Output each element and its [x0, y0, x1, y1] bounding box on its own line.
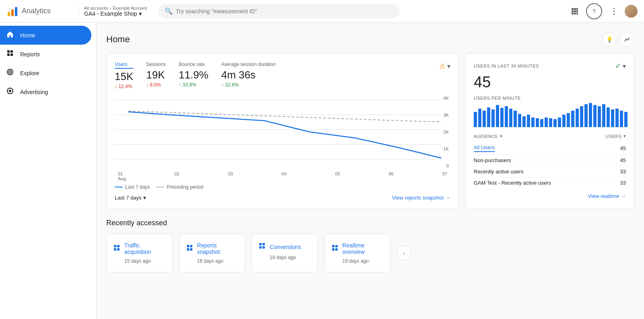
- scroll-right-button[interactable]: ›: [397, 246, 411, 260]
- bar: [531, 117, 535, 127]
- audience-rows: All Users45Non-purchasers45Recently acti…: [474, 142, 626, 188]
- reports-icon: [6, 49, 14, 59]
- page-title-bar: Home 💡: [106, 32, 634, 47]
- recently-accessed-container: Traffic acquisition 15 days ago Reports …: [106, 234, 634, 272]
- recent-card-snapshot[interactable]: Reports snapshot 18 days ago: [179, 234, 246, 272]
- svg-rect-29: [187, 245, 189, 247]
- svg-point-16: [7, 69, 13, 75]
- view-reports-link[interactable]: View reports snapshot →: [392, 195, 450, 201]
- compare-button[interactable]: [620, 32, 634, 47]
- bar: [598, 106, 601, 127]
- date-selector[interactable]: Last 7 days ▾: [115, 195, 146, 201]
- recent-card-traffic[interactable]: Traffic acquisition 15 days ago: [106, 234, 173, 272]
- realtime-options-button[interactable]: ▾: [623, 62, 626, 70]
- metric-label-bounce[interactable]: Bounce rate: [179, 62, 208, 67]
- insight-button[interactable]: 💡: [602, 32, 617, 47]
- svg-rect-0: [8, 12, 10, 16]
- audience-name: All Users: [474, 144, 495, 152]
- bar: [522, 116, 526, 127]
- metric-change-avg: ↑ 32.6%: [221, 82, 276, 88]
- app-title: Analytics: [22, 7, 51, 15]
- recent-card-date: 18 days ago: [186, 258, 239, 264]
- audience-chevron-icon: ▾: [500, 134, 503, 139]
- bar: [496, 105, 499, 127]
- bar: [615, 109, 619, 127]
- compare-icon: [624, 36, 630, 43]
- metric-label-sessions[interactable]: Sessions: [146, 62, 166, 67]
- bar: [584, 104, 588, 127]
- realtime-card: USERS IN LAST 30 MINUTES ✓ ▾ 45 USERS PE…: [465, 53, 634, 209]
- bar: [576, 109, 579, 127]
- audience-count: 33: [620, 169, 626, 175]
- bar: [478, 109, 481, 127]
- bar: [514, 111, 517, 127]
- bar: [491, 109, 495, 127]
- svg-rect-3: [572, 8, 574, 10]
- svg-rect-30: [190, 245, 192, 247]
- view-realtime-link[interactable]: View realtime →: [588, 193, 626, 199]
- avatar[interactable]: [625, 5, 638, 18]
- search-input-wrap[interactable]: 🔍: [158, 4, 400, 18]
- apps-icon: [571, 8, 578, 15]
- cards-row: Users 15K ↓ 12.4% Sessions 19K ↓ 8.0% Bo…: [106, 53, 634, 209]
- metric-options-button[interactable]: ▾: [447, 62, 450, 70]
- svg-rect-10: [574, 13, 576, 14]
- svg-rect-25: [114, 245, 116, 247]
- recent-card-header: Conversions: [258, 242, 311, 251]
- legend-preceding: Preceding period: [156, 184, 203, 190]
- recent-card-icon: [186, 244, 193, 253]
- metric-change-bounce: ↑ 33.9%: [179, 82, 208, 88]
- recent-card-header: Traffic acquisition: [113, 242, 166, 255]
- more-options-button[interactable]: ⋮: [605, 3, 621, 19]
- svg-rect-33: [259, 243, 262, 245]
- apps-button[interactable]: [567, 3, 583, 19]
- stats-card: Users 15K ↓ 12.4% Sessions 19K ↓ 8.0% Bo…: [106, 53, 459, 209]
- svg-rect-7: [574, 10, 576, 12]
- recent-card-title: Reports snapshot: [197, 242, 239, 255]
- chart-legend: Last 7 days Preceding period: [115, 184, 450, 190]
- svg-point-17: [9, 71, 11, 73]
- recent-card-conversions[interactable]: Conversions 18 days ago: [252, 234, 318, 272]
- metric-label-users[interactable]: Users: [115, 62, 133, 69]
- legend-last7: Last 7 days: [115, 184, 150, 190]
- users-per-minute-label: USERS PER MINUTE: [474, 96, 626, 101]
- recent-card-realtime[interactable]: Realtime overview 19 days ago: [324, 234, 391, 272]
- metric-change-users: ↓ 12.4%: [115, 84, 133, 89]
- audience-header-left[interactable]: AUDIENCE ▾: [474, 134, 502, 139]
- audience-header-right[interactable]: USERS ▾: [605, 134, 626, 139]
- sidebar-item-reports[interactable]: Reports: [0, 45, 91, 64]
- home-icon: [6, 31, 14, 40]
- metric-label-avg[interactable]: Average session duration: [221, 62, 276, 67]
- bar: [611, 109, 614, 127]
- search-icon: 🔍: [165, 7, 173, 15]
- svg-rect-40: [335, 248, 338, 251]
- metric-avg-session: Average session duration 4m 36s ↑ 32.6%: [221, 62, 276, 88]
- realtime-count: 45: [474, 74, 626, 91]
- audience-row[interactable]: GAM Test - Recently active users33: [474, 177, 626, 188]
- svg-rect-32: [190, 248, 192, 251]
- bar: [474, 112, 477, 127]
- svg-point-19: [9, 90, 11, 92]
- metric-value-sessions: 19K: [146, 69, 166, 81]
- audience-row[interactable]: Non-purchasers45: [474, 155, 626, 166]
- sidebar-item-advertising[interactable]: Advertising: [0, 82, 91, 101]
- account-selector[interactable]: GA4 - Example Shop ▾: [84, 10, 147, 17]
- bar: [540, 119, 543, 127]
- help-button[interactable]: ?: [586, 3, 602, 19]
- sidebar-item-home[interactable]: Home: [0, 26, 91, 45]
- search-input[interactable]: [176, 8, 393, 14]
- explore-icon: [6, 68, 14, 78]
- bar: [602, 104, 605, 127]
- svg-rect-5: [576, 8, 578, 10]
- sidebar-label-reports: Reports: [20, 51, 40, 58]
- audience-table-header: AUDIENCE ▾ USERS ▾: [474, 134, 626, 139]
- audience-count: 45: [620, 157, 626, 163]
- alert-icon: ⚠: [439, 62, 446, 70]
- recent-card-title: Traffic acquisition: [124, 242, 166, 255]
- metric-value-bounce: 11.9%: [179, 69, 208, 81]
- realtime-label: USERS IN LAST 30 MINUTES: [474, 64, 539, 68]
- audience-row[interactable]: Recently active users33: [474, 166, 626, 177]
- audience-row[interactable]: All Users45: [474, 142, 626, 155]
- sidebar-item-explore[interactable]: Explore: [0, 64, 91, 82]
- main-layout: Home Reports Explore Advertising: [0, 23, 644, 319]
